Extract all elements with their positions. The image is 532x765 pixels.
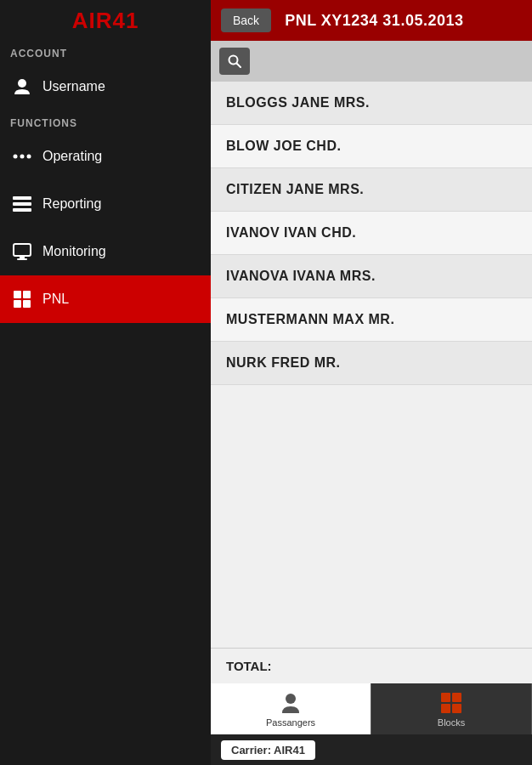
- svg-point-2: [20, 155, 25, 159]
- grid-icon: [10, 287, 34, 311]
- monitoring-label: Monitoring: [42, 244, 106, 259]
- sidebar: ACCOUNT Username FUNCTIONS Operating: [0, 41, 211, 765]
- bottom-tabs: Passangers Blocks: [211, 683, 532, 734]
- username-label: Username: [42, 79, 105, 94]
- carrier-bar: Carrier: AIR41: [211, 734, 532, 765]
- svg-rect-20: [452, 704, 461, 713]
- svg-rect-4: [13, 196, 31, 200]
- sidebar-item-username[interactable]: Username: [0, 63, 211, 110]
- dots-icon: [10, 144, 34, 168]
- logo-suffix: 41: [112, 8, 139, 33]
- tab-passangers[interactable]: Passangers: [211, 683, 371, 734]
- sidebar-item-operating[interactable]: Operating: [0, 133, 211, 180]
- main-layout: ACCOUNT Username FUNCTIONS Operating: [0, 41, 532, 765]
- passenger-row[interactable]: NURK FRED MR.: [211, 342, 532, 385]
- passenger-list: BLOGGS JANE MRS. BLOW JOE CHD. CITIZEN J…: [211, 82, 532, 648]
- content-area: BLOGGS JANE MRS. BLOW JOE CHD. CITIZEN J…: [211, 41, 532, 765]
- svg-rect-12: [14, 300, 21, 308]
- passenger-row[interactable]: IVANOVA IVANA MRS.: [211, 255, 532, 298]
- svg-rect-6: [13, 208, 31, 212]
- user-icon: [10, 75, 34, 99]
- functions-section-label: FUNCTIONS: [0, 110, 211, 133]
- svg-point-16: [286, 694, 296, 704]
- svg-rect-17: [441, 693, 450, 702]
- block-icon: [439, 691, 463, 715]
- top-header: AIR41 Back PNL XY1234 31.05.2013: [0, 0, 532, 41]
- search-button[interactable]: [219, 48, 250, 75]
- passenger-row[interactable]: IVANOV IVAN CHD.: [211, 212, 532, 255]
- passangers-tab-label: Passangers: [266, 717, 315, 728]
- svg-rect-11: [23, 291, 31, 298]
- reporting-label: Reporting: [42, 196, 101, 212]
- svg-point-3: [27, 155, 31, 159]
- sidebar-item-pnl[interactable]: PNL: [0, 275, 211, 323]
- pnl-label: PNL: [42, 292, 69, 307]
- monitor-icon: [10, 240, 34, 264]
- blocks-tab-label: Blocks: [438, 717, 465, 728]
- svg-rect-7: [14, 244, 31, 256]
- person-icon: [279, 691, 303, 715]
- passenger-row[interactable]: MUSTERMANN MAX MR.: [211, 298, 532, 342]
- svg-point-0: [18, 79, 26, 88]
- back-button[interactable]: Back: [221, 8, 271, 32]
- total-bar: TOTAL:: [211, 648, 532, 683]
- svg-rect-10: [14, 291, 21, 298]
- svg-rect-9: [17, 258, 27, 260]
- passenger-row[interactable]: BLOW JOE CHD.: [211, 125, 532, 168]
- svg-point-1: [14, 155, 18, 159]
- svg-line-15: [237, 64, 241, 68]
- svg-rect-18: [452, 693, 461, 702]
- sidebar-item-reporting[interactable]: Reporting: [0, 180, 211, 228]
- operating-label: Operating: [42, 149, 102, 164]
- account-section-label: ACCOUNT: [0, 41, 211, 63]
- header-right: Back PNL XY1234 31.05.2013: [211, 0, 532, 41]
- carrier-badge: Carrier: AIR41: [221, 740, 315, 760]
- passenger-row[interactable]: CITIZEN JANE MRS.: [211, 168, 532, 212]
- svg-rect-13: [23, 300, 31, 308]
- logo-area: AIR41: [0, 0, 211, 41]
- logo: AIR41: [72, 8, 139, 34]
- list-icon: [10, 192, 34, 216]
- tab-blocks[interactable]: Blocks: [371, 683, 532, 734]
- logo-prefix: AIR: [72, 8, 113, 33]
- total-label: TOTAL:: [226, 659, 272, 673]
- svg-rect-19: [441, 704, 450, 713]
- sidebar-item-monitoring[interactable]: Monitoring: [0, 228, 211, 275]
- passenger-row[interactable]: BLOGGS JANE MRS.: [211, 82, 532, 125]
- svg-rect-5: [13, 202, 31, 206]
- header-title: PNL XY1234 31.05.2013: [285, 12, 463, 30]
- search-bar: [211, 41, 532, 82]
